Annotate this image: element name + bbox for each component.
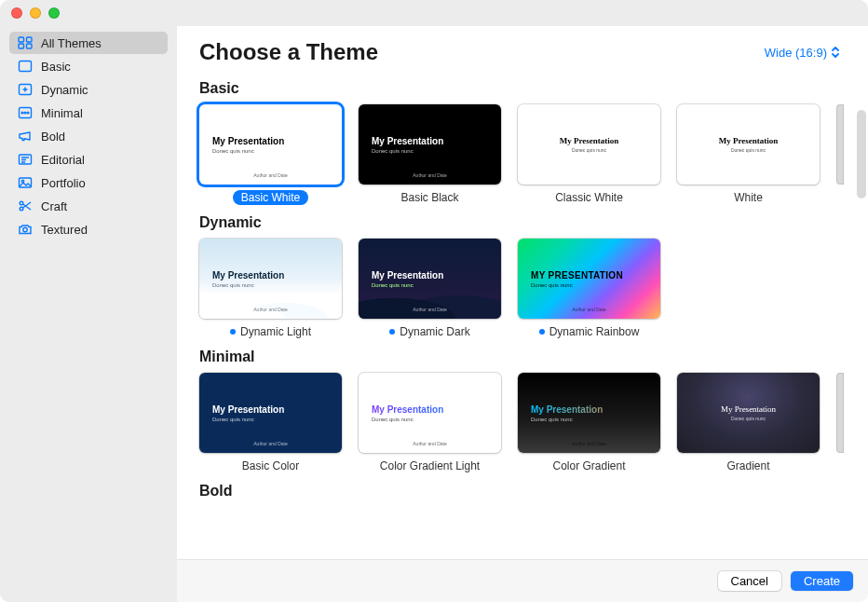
thumb-title: My Presentation (212, 136, 329, 146)
minimize-window-button[interactable] (30, 7, 41, 19)
thumb-author: Author and Date (572, 441, 605, 446)
thumb-title: My Presentation (560, 136, 619, 145)
thumb-title: My Presentation (212, 270, 329, 280)
thumb-subtitle: Donec quis nunc (572, 147, 606, 153)
theme-label-text: Basic Color (242, 459, 299, 472)
square-icon (17, 59, 34, 74)
theme-thumbnail: My PresentationDonec quis nuncAuthor and… (359, 239, 501, 319)
theme-thumbnail: My PresentationDonec quis nuncAuthor and… (199, 239, 342, 319)
svg-point-12 (21, 180, 23, 182)
thumb-author: Author and Date (572, 307, 605, 312)
photo-icon (17, 175, 34, 190)
chevron-updown-icon (831, 46, 840, 59)
theme-row-basic: My PresentationDonec quis nuncAuthor and… (199, 104, 868, 205)
megaphone-icon (17, 129, 34, 144)
aspect-ratio-popup[interactable]: Wide (16:9) (759, 43, 846, 62)
theme-thumbnail: My PresentationDonec quis nuncAuthor and… (518, 373, 660, 453)
sidebar-item-label: Portfolio (41, 176, 86, 190)
thumb-author: Author and Date (253, 441, 287, 446)
sidebar-item-minimal[interactable]: Minimal (9, 102, 168, 124)
theme-label: Classic White (547, 190, 631, 205)
thumb-subtitle: Donec quis nunc (372, 417, 488, 422)
dots-icon (17, 105, 34, 120)
theme-classic-white[interactable]: My PresentationDonec quis nuncClassic Wh… (518, 104, 660, 205)
sidebar: All ThemesBasicDynamicMinimalBoldEditori… (0, 26, 177, 602)
theme-label-text: Basic White (241, 191, 300, 204)
thumb-subtitle: Donec quis nunc (531, 282, 647, 288)
thumb-subtitle: Donec quis nunc (531, 417, 647, 422)
theme-basic-black[interactable]: My PresentationDonec quis nuncAuthor and… (359, 104, 501, 205)
svg-point-15 (23, 227, 27, 231)
sidebar-item-all-themes[interactable]: All Themes (9, 32, 168, 54)
theme-label-text: Dynamic Rainbow (549, 325, 640, 338)
thumb-author: Author and Date (253, 307, 287, 312)
sidebar-item-label: Dynamic (41, 83, 88, 97)
thumb-subtitle: Donec quis nunc (212, 417, 329, 422)
zoom-window-button[interactable] (48, 7, 60, 19)
thumb-subtitle: Donec quis nunc (372, 282, 488, 288)
sidebar-item-label: Bold (41, 130, 65, 144)
header: Choose a Theme Wide (16:9) (177, 26, 868, 71)
close-window-button[interactable] (11, 7, 22, 19)
vertical-scrollbar-thumb[interactable] (857, 110, 866, 198)
camera-icon (17, 222, 34, 237)
theme-thumbnail: My PresentationDonec quis nuncAuthor and… (199, 373, 342, 453)
section-heading-basic: Basic (199, 80, 868, 97)
sidebar-item-portfolio[interactable]: Portfolio (9, 171, 168, 194)
theme-label: Basic Black (392, 190, 467, 205)
square-plus-icon (17, 82, 34, 97)
theme-thumbnail: My PresentationDonec quis nuncAuthor and… (359, 373, 501, 453)
theme-thumbnail: My PresentationDonec quis nunc (518, 104, 660, 185)
theme-thumbnail: My PresentationDonec quis nuncAuthor and… (199, 104, 342, 185)
theme-more-peek[interactable] (836, 373, 844, 453)
dynamic-indicator-icon (389, 329, 395, 335)
svg-point-9 (27, 112, 29, 114)
thumb-title: My Presentation (372, 404, 488, 415)
sidebar-item-editorial[interactable]: Editorial (9, 148, 168, 171)
thumb-title: My Presentation (372, 270, 488, 280)
theme-label-text: Color Gradient (552, 459, 625, 472)
theme-dynamic-light[interactable]: My PresentationDonec quis nuncAuthor and… (199, 239, 342, 339)
theme-basic-white[interactable]: My PresentationDonec quis nuncAuthor and… (199, 104, 342, 205)
sidebar-item-bold[interactable]: Bold (9, 125, 168, 147)
thumb-title: My Presentation (212, 404, 329, 415)
thumb-author: Author and Date (413, 441, 446, 446)
theme-label-text: Gradient (726, 459, 769, 472)
svg-point-13 (20, 201, 23, 205)
theme-label: Dynamic Dark (381, 324, 478, 339)
theme-color-gradient[interactable]: My PresentationDonec quis nuncAuthor and… (518, 373, 660, 473)
theme-dynamic-rainbow[interactable]: MY PRESENTATIONDonec quis nuncAuthor and… (518, 239, 660, 339)
theme-white[interactable]: My PresentationDonec quis nuncWhite (677, 104, 820, 205)
theme-dynamic-dark[interactable]: My PresentationDonec quis nuncAuthor and… (359, 239, 501, 339)
aspect-ratio-label: Wide (16:9) (765, 46, 827, 60)
thumb-author: Author and Date (253, 172, 287, 178)
section-heading-bold: Bold (199, 483, 868, 499)
theme-thumbnail: MY PRESENTATIONDonec quis nuncAuthor and… (518, 239, 660, 319)
svg-point-8 (24, 112, 26, 114)
dynamic-indicator-icon (539, 329, 545, 335)
sidebar-item-dynamic[interactable]: Dynamic (9, 78, 168, 101)
sidebar-item-label: Craft (41, 199, 67, 213)
themes-scroll-area[interactable]: BasicMy PresentationDonec quis nuncAutho… (177, 71, 868, 559)
theme-basic-color[interactable]: My PresentationDonec quis nuncAuthor and… (199, 373, 342, 473)
thumb-subtitle: Donec quis nunc (731, 147, 766, 153)
sidebar-item-craft[interactable]: Craft (9, 195, 168, 217)
svg-rect-4 (20, 62, 32, 72)
create-button[interactable]: Create (791, 571, 853, 591)
sidebar-item-textured[interactable]: Textured (9, 218, 168, 240)
theme-row-dynamic: My PresentationDonec quis nuncAuthor and… (199, 239, 868, 339)
thumb-author: Author and Date (413, 172, 446, 178)
theme-row-minimal: My PresentationDonec quis nuncAuthor and… (199, 373, 868, 473)
sidebar-item-label: Minimal (41, 106, 83, 120)
thumb-title: MY PRESENTATION (531, 270, 647, 280)
sidebar-item-basic[interactable]: Basic (9, 55, 168, 77)
body: All ThemesBasicDynamicMinimalBoldEditori… (0, 26, 868, 602)
theme-gradient[interactable]: My PresentationDonec quis nuncGradient (677, 373, 820, 473)
theme-more-peek[interactable] (836, 104, 844, 185)
thumb-subtitle: Donec quis nunc (212, 148, 329, 154)
titlebar (0, 0, 868, 26)
cancel-button[interactable]: Cancel (718, 571, 781, 591)
theme-color-gradient-light[interactable]: My PresentationDonec quis nuncAuthor and… (359, 373, 501, 473)
theme-thumbnail: My PresentationDonec quis nunc (677, 104, 820, 185)
theme-label: Color Gradient Light (372, 458, 488, 473)
